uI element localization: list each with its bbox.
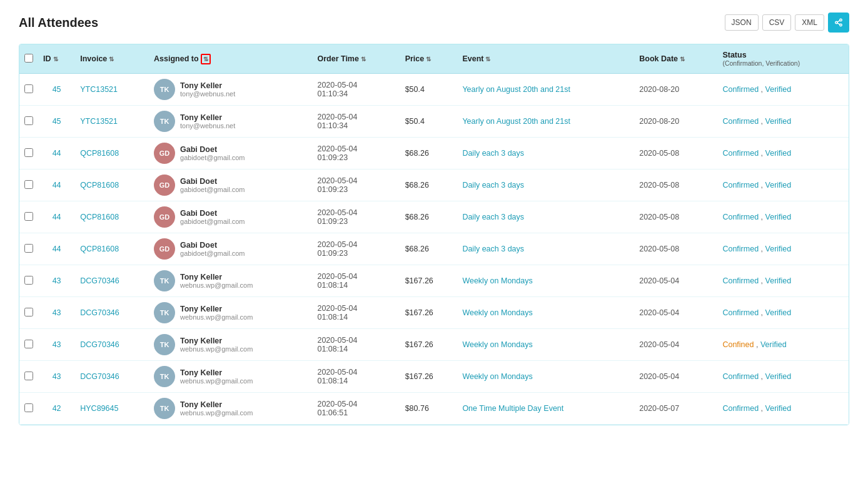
row-event[interactable]: Weekly on Mondays [457,297,634,329]
row-invoice[interactable]: DCG70346 [75,361,149,393]
event-link[interactable]: Weekly on Mondays [462,372,532,381]
row-event[interactable]: One Time Multiple Day Event [457,393,634,425]
status-confirmation: Confirmed [722,308,759,317]
row-book-date: 2020-05-04 [634,329,717,361]
row-event[interactable]: Daily each 3 days [457,201,634,233]
book-date-column-header[interactable]: Book Date ⇅ [634,44,717,74]
row-checkbox[interactable] [24,148,33,157]
row-event[interactable]: Weekly on Mondays [457,329,634,361]
table-row: 43 DCG70346 TK Tony Keller webnus.wp@gma… [19,265,849,297]
event-link[interactable]: Yearly on August 20th and 21st [462,85,570,94]
select-all-header[interactable] [19,44,38,74]
csv-export-button[interactable]: CSV [762,14,792,31]
row-order-time: 2020-05-04 01:09:23 [312,233,400,265]
row-event[interactable]: Weekly on Mondays [457,265,634,297]
row-event[interactable]: Yearly on August 20th and 21st [457,106,634,138]
status-verification: Verified [765,276,792,285]
event-link[interactable]: Daily each 3 days [462,181,524,190]
row-assigned: TK Tony Keller tony@webnus.net [149,74,312,106]
event-link[interactable]: Weekly on Mondays [462,276,532,285]
row-invoice[interactable]: DCG70346 [75,297,149,329]
row-assigned: TK Tony Keller webnus.wp@gmail.com [149,297,312,329]
row-invoice[interactable]: YTC13521 [75,106,149,138]
row-id[interactable]: 44 [38,233,75,265]
row-invoice[interactable]: QCP81608 [75,170,149,201]
event-link[interactable]: Daily each 3 days [462,245,524,253]
event-link[interactable]: Weekly on Mondays [462,308,532,317]
row-invoice[interactable]: HYC89645 [75,393,149,425]
row-checkbox-cell[interactable] [19,170,38,201]
avatar: GD [154,175,175,196]
user-email: webnus.wp@gmail.com [180,281,253,289]
row-checkbox-cell[interactable] [19,329,38,361]
row-price: $68.26 [400,138,458,170]
row-invoice[interactable]: DCG70346 [75,329,149,361]
row-id[interactable]: 43 [38,361,75,393]
assigned-to-column-header[interactable]: Assigned to ⇅ [149,44,312,74]
row-id[interactable]: 43 [38,297,75,329]
event-link[interactable]: One Time Multiple Day Event [462,404,563,413]
row-invoice[interactable]: YTC13521 [75,74,149,106]
row-checkbox-cell[interactable] [19,265,38,297]
row-event[interactable]: Weekly on Mondays [457,361,634,393]
row-id[interactable]: 43 [38,265,75,297]
event-link[interactable]: Daily each 3 days [462,213,524,221]
row-checkbox[interactable] [24,116,33,125]
row-invoice[interactable]: QCP81608 [75,233,149,265]
row-checkbox-cell[interactable] [19,106,38,138]
order-time-column-header[interactable]: Order Time ⇅ [312,44,400,74]
row-checkbox[interactable] [24,212,33,221]
row-id[interactable]: 45 [38,106,75,138]
row-id[interactable]: 42 [38,393,75,425]
row-book-date: 2020-08-20 [634,74,717,106]
share-button[interactable] [828,13,849,33]
user-name: Tony Keller [180,81,235,90]
select-all-checkbox[interactable] [24,54,33,63]
row-checkbox[interactable] [24,84,33,93]
table-row: 45 YTC13521 TK Tony Keller tony@webnus.n… [19,74,849,106]
xml-export-button[interactable]: XML [795,14,824,31]
row-checkbox-cell[interactable] [19,233,38,265]
event-column-header[interactable]: Event ⇅ [457,44,634,74]
status-verification: Verified [765,372,792,381]
id-column-header[interactable]: ID ⇅ [38,44,75,74]
row-checkbox-cell[interactable] [19,361,38,393]
price-column-header[interactable]: Price ⇅ [400,44,458,74]
event-sort-icon: ⇅ [485,56,490,63]
row-invoice[interactable]: QCP81608 [75,138,149,170]
row-event[interactable]: Daily each 3 days [457,170,634,201]
row-checkbox[interactable] [24,244,33,253]
row-event[interactable]: Daily each 3 days [457,138,634,170]
row-checkbox[interactable] [24,276,33,285]
row-checkbox[interactable] [24,340,33,348]
row-checkbox[interactable] [24,180,33,189]
avatar: TK [154,79,175,100]
row-id[interactable]: 45 [38,74,75,106]
row-price: $167.26 [400,265,458,297]
row-event[interactable]: Yearly on August 20th and 21st [457,74,634,106]
json-export-button[interactable]: JSON [725,14,759,31]
row-checkbox[interactable] [24,403,33,412]
event-link[interactable]: Weekly on Mondays [462,340,532,349]
row-invoice[interactable]: DCG70346 [75,265,149,297]
row-id[interactable]: 44 [38,138,75,170]
user-email: tony@webnus.net [180,90,235,98]
row-checkbox-cell[interactable] [19,393,38,425]
row-id[interactable]: 44 [38,201,75,233]
row-event[interactable]: Daily each 3 days [457,233,634,265]
row-checkbox[interactable] [24,308,33,316]
row-status: Confirmed , Verified [717,361,849,393]
invoice-column-header[interactable]: Invoice ⇅ [75,44,149,74]
user-name: Gabi Doet [180,241,245,250]
row-invoice[interactable]: QCP81608 [75,201,149,233]
event-link[interactable]: Yearly on August 20th and 21st [462,117,570,126]
row-checkbox-cell[interactable] [19,297,38,329]
row-id[interactable]: 44 [38,170,75,201]
row-checkbox-cell[interactable] [19,74,38,106]
table-row: 42 HYC89645 TK Tony Keller webnus.wp@gma… [19,393,849,425]
row-id[interactable]: 43 [38,329,75,361]
row-checkbox-cell[interactable] [19,138,38,170]
event-link[interactable]: Daily each 3 days [462,149,524,158]
row-checkbox[interactable] [24,372,33,380]
row-checkbox-cell[interactable] [19,201,38,233]
